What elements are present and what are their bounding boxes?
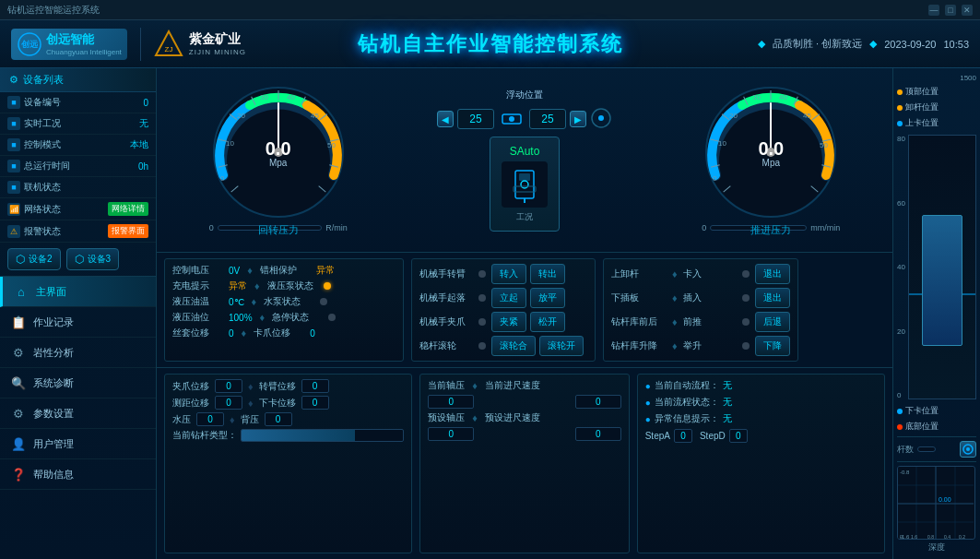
right-gauge-value: 0.0 Mpa <box>758 139 784 168</box>
logo-divider <box>140 28 141 61</box>
sidebar-title-icon: ⚙ <box>9 74 18 86</box>
rod-section: 杆数 <box>897 436 976 458</box>
svg-text:ZJ: ZJ <box>164 45 172 54</box>
nav-item-diagnosis[interactable]: 🔍 系统诊断 <box>0 368 156 398</box>
clamp-open-btn[interactable]: 松开 <box>530 312 565 332</box>
nav-item-records[interactable]: 📋 作业记录 <box>0 307 156 338</box>
svg-text:0: 0 <box>220 174 225 183</box>
sidebar-control-mode: ■ 控制模式 本地 <box>0 135 156 156</box>
flow-section: ● 当前自动流程： 无 ● 当前流程状态： 无 ● 异常信息提示： 无 <box>637 374 885 553</box>
svg-text:0: 0 <box>713 174 717 183</box>
alarm-badge[interactable]: 报警界面 <box>108 224 148 238</box>
device3-icon: ⬡ <box>75 253 84 266</box>
mini-depth-chart: -0.8 -1.6 0.00 0 1.6 0.8 0.4 0.2 <box>897 466 975 540</box>
header: 创远 创远智能 Chuangyuan Intelligent ZJ 紫金矿业 Z… <box>0 20 980 68</box>
svg-text:-0.8: -0.8 <box>900 470 910 475</box>
rod-back-btn[interactable]: 后退 <box>755 312 790 332</box>
svg-text:0: 0 <box>900 534 903 540</box>
svg-text:10: 10 <box>226 139 234 148</box>
flow-current-state: ● 当前流程状态： 无 <box>645 396 877 409</box>
maximize-button[interactable]: □ <box>945 5 956 16</box>
device-tab-3[interactable]: ⬡ 设备3 <box>66 248 120 270</box>
nav-item-params[interactable]: ⚙ 参数设置 <box>0 398 156 429</box>
right-bottom-section: -0.8 -1.6 0.00 0 1.6 0.8 0.4 0.2 深度 <box>897 461 976 553</box>
rod-lift-ind <box>742 342 750 350</box>
nav-lithology-icon: ⚙ <box>11 345 26 360</box>
arm-rotate-in-btn[interactable]: 转入 <box>491 264 526 284</box>
ctrl-row-charge: 充电提示 异常 ♦ 液压泵状态 <box>172 280 396 292</box>
title-bar: 钻机运控智能运控系统 — □ ✕ <box>0 0 980 20</box>
unload-exit-btn[interactable]: 退出 <box>755 264 790 284</box>
clamp-close-btn[interactable]: 夹紧 <box>491 312 526 332</box>
roller-open-btn[interactable]: 滚轮开 <box>539 336 584 356</box>
btn-row-arm-lift: 机械手起落 立起 放平 <box>419 288 587 308</box>
svg-text:0.4: 0.4 <box>944 534 950 540</box>
rod-count-display <box>917 446 936 452</box>
arm-rotate-out-btn[interactable]: 转出 <box>530 264 565 284</box>
arm-down-btn[interactable]: 放平 <box>530 288 565 308</box>
nav-item-help[interactable]: ❓ 帮助信息 <box>0 459 156 490</box>
rod-type-bar <box>241 429 404 442</box>
header-date-bullet: ◆ <box>869 38 877 50</box>
nav-item-lithology[interactable]: ⚙ 岩性分析 <box>0 338 156 368</box>
svg-point-56 <box>966 447 970 451</box>
header-title: 钻机自主作业智能控制系统 <box>358 30 623 58</box>
nav-main-icon: ⌂ <box>14 284 29 299</box>
header-date: 2023-09-20 <box>884 39 936 50</box>
left-sidebar: ⚙ 设备列表 ■ 设备编号 0 ■ 实时工况 无 ■ 控制模式 本地 ■ 总运行… <box>0 68 157 559</box>
position-scale-bar <box>908 135 976 399</box>
roller-close-btn[interactable]: 滚轮合 <box>491 336 536 356</box>
position-labels: 顶部位置 卸杆位置 上卡位置 <box>897 86 976 129</box>
minimize-button[interactable]: — <box>928 5 939 16</box>
nav-item-main[interactable]: ⌂ 主界面 <box>0 277 156 307</box>
nav-diagnosis-icon: 🔍 <box>11 375 26 390</box>
val-row-water: 水压 0 ♦ 背压 0 <box>172 412 404 426</box>
header-time: 10:53 <box>943 39 969 50</box>
sidebar-total-time: ■ 总运行时间 0h <box>0 156 156 177</box>
realtime-icon: ■ <box>7 117 20 130</box>
sidebar-alarm-status: ⚠ 报警状态 报警界面 <box>0 220 156 243</box>
header-right: ◆ 品质制胜 · 创新致远 ◆ 2023-09-20 10:53 <box>758 37 969 51</box>
svg-text:30: 30 <box>752 93 761 101</box>
svg-text:20: 20 <box>729 112 738 120</box>
close-button[interactable]: ✕ <box>962 5 973 16</box>
axis-current-vals: 0 0 <box>428 395 620 409</box>
svg-text:50: 50 <box>820 141 828 149</box>
arm-up-btn[interactable]: 立起 <box>491 288 526 308</box>
btn-row-roller: 稳杆滚轮 滚轮合 滚轮开 <box>419 336 587 356</box>
total-time-icon: ■ <box>7 160 20 172</box>
device-tabs: ⬡ 设备2 ⬡ 设备3 <box>0 243 156 277</box>
scale-numbers: 80 60 40 20 0 <box>897 135 905 399</box>
svg-point-26 <box>509 116 514 122</box>
nav-item-users[interactable]: 👤 用户管理 <box>0 429 156 459</box>
insert-exit-btn[interactable]: 退出 <box>755 288 790 308</box>
float-left-val: 25 <box>457 109 494 129</box>
float-settings-icon <box>590 107 612 129</box>
ctrl-row-oil-temp: 液压油温 0℃ ♦ 水泵状态 <box>172 295 396 308</box>
rod-type-fill <box>242 430 355 441</box>
network-detail-badge[interactable]: 网络详情 <box>108 202 148 216</box>
rod-settings-btn[interactable] <box>960 441 976 458</box>
btn-row-arm-rotate: 机械手转臂 转入 转出 <box>419 264 587 284</box>
float-right-btn[interactable]: ▶ <box>570 111 586 127</box>
pump-status-ind <box>324 282 331 290</box>
left-gauge-label: 回转压力 <box>258 223 299 237</box>
pos-upper-lock-dot <box>897 121 903 126</box>
axis-current-pressure: 当前轴压 ♦ 当前进尺速度 <box>428 379 620 392</box>
svg-rect-30 <box>519 173 530 181</box>
alarm-icon: ⚠ <box>7 225 20 238</box>
svg-text:0.2: 0.2 <box>959 534 965 540</box>
pos-lower-lock: 下卡位置 <box>897 405 976 417</box>
water-pump-ind <box>320 298 327 305</box>
svg-rect-33 <box>514 186 536 192</box>
ctrl-row-oil-level: 液压油位 100% ♦ 急停状态 <box>172 311 396 324</box>
pos-lower-lock-dot <box>897 409 903 414</box>
rod-lower-btn[interactable]: 下降 <box>755 336 790 356</box>
float-left-btn[interactable]: ◀ <box>437 111 454 127</box>
zijin-icon: ZJ <box>154 30 183 59</box>
pos-unload-dot <box>897 105 903 111</box>
flow-exception: ● 异常信息提示： 无 <box>645 412 877 425</box>
val-row-clamp: 夹爪位移 0 ♦ 转臂位移 0 <box>172 379 404 393</box>
device-tab-2[interactable]: ⬡ 设备2 <box>7 248 61 270</box>
pos-upper-lock: 上卡位置 <box>897 117 976 129</box>
